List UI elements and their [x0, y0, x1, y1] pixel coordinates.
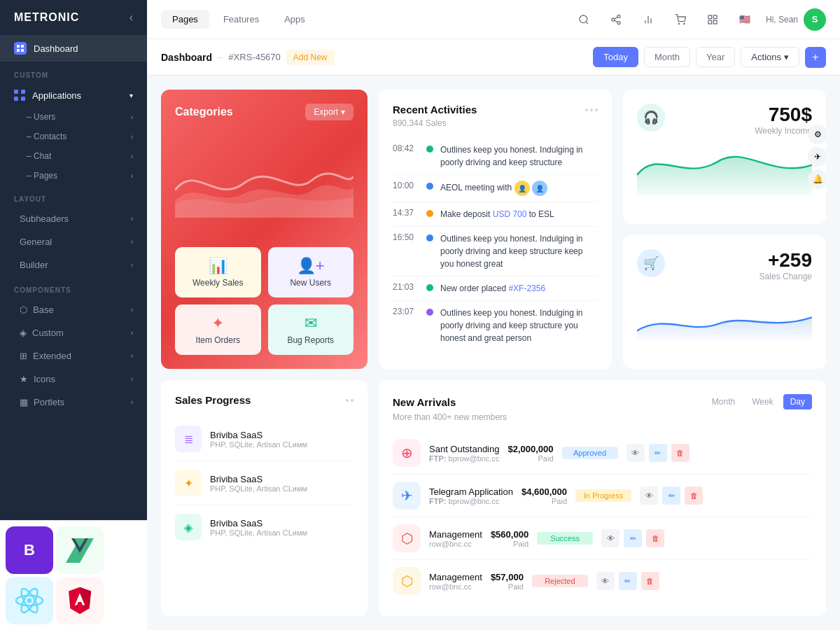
- sales-change-icon: 🛒: [643, 255, 659, 271]
- sidebar-item-applications[interactable]: Applications ▾: [0, 83, 147, 107]
- chart-button[interactable]: [637, 8, 659, 31]
- sales-change-header: 🛒 +259 Sales Change: [637, 249, 812, 281]
- arrival-info-2: Telegram Application FTP: bprow@bnc.cc: [429, 486, 513, 505]
- user-menu[interactable]: Hi, Sean S: [766, 8, 826, 31]
- actions-button[interactable]: Actions ▾: [741, 47, 799, 67]
- cart-button[interactable]: [669, 8, 692, 31]
- tab-apps[interactable]: Apps: [273, 10, 316, 29]
- arrival-action-view-2[interactable]: 👁: [640, 486, 658, 505]
- arrival-icon-1: ⊕: [393, 439, 421, 467]
- category-weekly-sales[interactable]: 📊 Weekly Sales: [175, 247, 261, 298]
- react-logo[interactable]: [6, 577, 53, 624]
- dashboard-icon: [14, 42, 27, 55]
- arrivals-week-button[interactable]: Week: [745, 394, 780, 410]
- svg-point-29: [678, 23, 679, 24]
- weekly-income-chart: [637, 141, 812, 195]
- arrival-action-delete-2[interactable]: 🗑: [685, 486, 703, 505]
- arrival-action-delete-1[interactable]: 🗑: [671, 444, 690, 462]
- arrivals-month-button[interactable]: Month: [705, 394, 742, 410]
- sidebar-item-dashboard[interactable]: Dashboard: [0, 35, 147, 62]
- sidebar-sub-chat[interactable]: – Chat ›: [0, 146, 147, 166]
- weekly-income-value: 750$: [755, 104, 812, 126]
- svg-point-21: [617, 15, 620, 18]
- arrival-icon-4: ⬡: [393, 567, 421, 595]
- period-today-button[interactable]: Today: [593, 47, 638, 67]
- activity-text-1: Outlines keep you honest. Indulging in p…: [440, 144, 598, 169]
- sales-progress-title: Sales Progress: [175, 394, 251, 406]
- add-widget-button[interactable]: +: [805, 47, 826, 68]
- connections-button[interactable]: [605, 8, 627, 31]
- side-icon-2[interactable]: ✈: [808, 147, 826, 167]
- activity-dot-3: [426, 210, 433, 217]
- recent-activities-menu[interactable]: [585, 108, 598, 111]
- flag-button[interactable]: 🇺🇸: [734, 8, 756, 31]
- categories-grid: 📊 Weekly Sales 👤+ New Users ✦ It: [175, 247, 354, 355]
- sidebar-item-icons[interactable]: ★ Icons ›: [0, 368, 147, 391]
- arrival-action-edit-2[interactable]: ✏: [662, 486, 680, 505]
- activity-time-5: 21:03: [393, 282, 419, 292]
- subheader: Dashboard – #XRS-45670 Add New Today Mon…: [147, 39, 840, 76]
- sidebar-section-custom: CUSTOM: [0, 62, 147, 83]
- arrival-action-edit-4[interactable]: ✏: [619, 572, 637, 590]
- sidebar-sub-users[interactable]: – Users ›: [0, 107, 147, 127]
- category-bug-reports[interactable]: ✉ Bug Reports: [268, 304, 354, 355]
- add-new-button[interactable]: Add New: [286, 50, 335, 65]
- period-year-button[interactable]: Year: [696, 47, 735, 67]
- category-item-orders[interactable]: ✦ Item Orders: [175, 304, 261, 355]
- sidebar-item-general[interactable]: General ›: [0, 230, 147, 253]
- arrival-name-4: Management: [429, 572, 482, 582]
- arrival-actions-2: 👁 ✏ 🗑: [640, 486, 703, 505]
- arrival-action-view-4[interactable]: 👁: [596, 572, 615, 590]
- arrival-action-delete-3[interactable]: 🗑: [646, 529, 664, 547]
- arrival-action-view-3[interactable]: 👁: [601, 529, 620, 547]
- arrivals-day-button[interactable]: Day: [783, 394, 812, 410]
- arrival-action-view-1[interactable]: 👁: [626, 444, 645, 462]
- arrival-sub-1: FTP: bprow@bnc.cc: [429, 454, 499, 463]
- sidebar-item-custom[interactable]: ◈ Custom ›: [0, 321, 147, 344]
- sidebar-sub-contacts[interactable]: – Contacts ›: [0, 127, 147, 146]
- activity-time-6: 23:07: [393, 307, 419, 316]
- grid-button[interactable]: [701, 8, 724, 31]
- sidebar-collapse-icon[interactable]: ‹: [130, 11, 133, 24]
- bootstrap-logo[interactable]: B: [6, 526, 53, 574]
- arrival-paid-3: Paid: [491, 540, 528, 548]
- sales-name-2: Briviba SaaS: [210, 474, 354, 484]
- arrival-badge-2: In Progress: [575, 489, 631, 502]
- side-icon-1[interactable]: ⚙: [808, 125, 826, 144]
- angular-logo[interactable]: [56, 577, 104, 624]
- portlets-arrow: ›: [131, 398, 133, 406]
- sidebar-item-builder[interactable]: Builder ›: [0, 253, 147, 276]
- svg-rect-1: [21, 45, 24, 48]
- side-icon-3[interactable]: 🔔: [808, 169, 826, 189]
- sidebar-item-portlets[interactable]: ▦ Portlets ›: [0, 391, 147, 414]
- sales-progress-menu[interactable]: [346, 399, 354, 402]
- breadcrumb-ref: #XRS-45670: [228, 52, 280, 62]
- sidebar-sub-pages[interactable]: – Pages ›: [0, 166, 147, 186]
- arrival-action-edit-1[interactable]: ✏: [649, 444, 667, 462]
- category-new-users[interactable]: 👤+ New Users: [268, 247, 354, 298]
- wave-area: [175, 127, 354, 240]
- export-button[interactable]: Export ▾: [305, 104, 354, 120]
- svg-rect-33: [708, 20, 712, 24]
- svg-line-25: [615, 17, 618, 19]
- export-label: Export: [314, 107, 338, 117]
- sales-icon-2-glyph: ✦: [184, 477, 193, 490]
- sidebar-item-base[interactable]: ⬡ Base ›: [0, 298, 147, 321]
- arrival-action-delete-4[interactable]: 🗑: [641, 572, 659, 590]
- period-month-button[interactable]: Month: [644, 47, 690, 67]
- tab-pages[interactable]: Pages: [161, 10, 209, 29]
- extended-arrow: ›: [131, 352, 133, 360]
- sidebar-item-extended[interactable]: ⊞ Extended ›: [0, 344, 147, 368]
- svg-point-19: [580, 15, 587, 23]
- main-area: Pages Features Apps: [147, 0, 840, 630]
- framework-bar: B: [0, 520, 147, 630]
- tab-features[interactable]: Features: [212, 10, 270, 29]
- search-button[interactable]: [573, 8, 595, 31]
- vue-logo[interactable]: [56, 526, 104, 574]
- arrival-price-4: $57,000: [491, 572, 524, 582]
- arrival-action-edit-3[interactable]: ✏: [624, 529, 642, 547]
- sidebar-item-subheaders[interactable]: Subheaders ›: [0, 207, 147, 230]
- new-users-icon: 👤+: [297, 257, 325, 275]
- contacts-label: – Contacts: [27, 132, 66, 141]
- activity-text-5: New order placed #XF-2356: [440, 282, 598, 295]
